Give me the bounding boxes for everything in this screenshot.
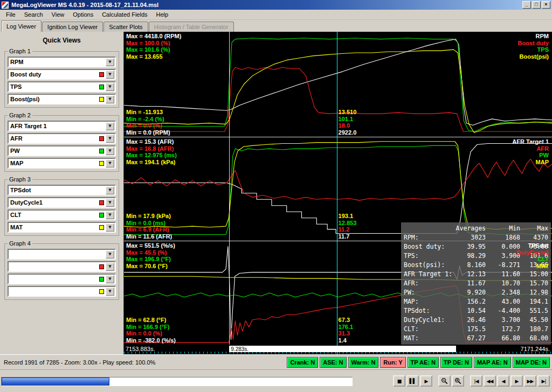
graph-1-cursor-values: 13.510101.118.02922.0 bbox=[339, 109, 357, 136]
graph-1-legend: RPMBoost dutyTPSBoost(psi) bbox=[518, 33, 549, 60]
menu-options[interactable]: Options bbox=[68, 10, 98, 19]
field-select-empty[interactable]: ▼ bbox=[8, 274, 116, 284]
dropdown-arrow-icon[interactable]: ▼ bbox=[106, 250, 114, 258]
graph-2-cursor-values: 193.112.85311.211.7 bbox=[339, 213, 357, 240]
pause-button[interactable]: ▌▌ bbox=[406, 375, 419, 387]
dropdown-arrow-icon[interactable]: ▼ bbox=[106, 263, 114, 271]
graph-3-legend: TPSdotDutyCycle1CLTMAT bbox=[516, 242, 549, 269]
menu-help[interactable]: Help bbox=[152, 10, 173, 19]
field-select-afr[interactable]: AFR▼ bbox=[8, 133, 116, 144]
field-select-afr-target-1[interactable]: AFR Target 1▼ bbox=[8, 121, 116, 131]
group-label: Graph 3 bbox=[8, 176, 32, 183]
dropdown-arrow-icon[interactable]: ▼ bbox=[106, 186, 114, 194]
first-record-icon: |◀ bbox=[474, 379, 479, 384]
minimize-button[interactable]: _ bbox=[522, 1, 531, 9]
indicator-map-ae: MAP AE: N bbox=[474, 357, 511, 368]
field-select-empty[interactable]: ▼ bbox=[8, 261, 116, 272]
field-select-map[interactable]: MAP▼ bbox=[8, 158, 116, 169]
dropdown-arrow-icon[interactable]: ▼ bbox=[106, 223, 114, 232]
graph-3-max-labels-item: Max = 45.5 (%) bbox=[126, 249, 175, 256]
stats-header: AveragesMinMax bbox=[404, 224, 548, 233]
zoom-out-button[interactable] bbox=[438, 375, 451, 387]
menu-calculated-fields[interactable]: Calculated Fields bbox=[98, 10, 151, 19]
tab-ignition-log-viewer[interactable]: Ignition Log Viewer bbox=[42, 22, 103, 32]
stats-cell: 3023 bbox=[456, 233, 486, 242]
graph-2-max-labels-item: Max = 194.1 (kPa) bbox=[126, 159, 177, 166]
series-color-chip bbox=[99, 277, 104, 282]
next-record-button[interactable]: ▶ bbox=[510, 375, 523, 387]
dropdown-arrow-icon[interactable]: ▼ bbox=[106, 211, 114, 219]
graph-2-min-labels-item: Min = 11.6 (AFR) bbox=[126, 233, 172, 240]
tab-scatter-plots[interactable]: Scatter Plots bbox=[104, 22, 148, 32]
dropdown-arrow-icon[interactable]: ▼ bbox=[106, 58, 114, 66]
dropdown-arrow-icon[interactable]: ▼ bbox=[106, 83, 114, 91]
menu-file[interactable]: File bbox=[2, 10, 20, 19]
field-select-rpm[interactable]: RPM▼ bbox=[8, 57, 116, 67]
trace-afr bbox=[124, 159, 552, 200]
dropdown-arrow-icon[interactable]: ▼ bbox=[106, 122, 114, 130]
stats-cell: 11.60 bbox=[486, 270, 520, 279]
graph-1-cursor-values-item: 13.510 bbox=[339, 109, 357, 116]
scrollbar-thumb[interactable] bbox=[2, 377, 109, 386]
field-select-dutycycle1[interactable]: DutyCycle1▼ bbox=[8, 197, 116, 208]
graph-2-min-labels-item: Min = 0.0 (ms) bbox=[126, 220, 172, 227]
menu-search[interactable]: Search bbox=[20, 10, 47, 19]
graph-1-min-labels-item: Min = -2.4 (%) bbox=[126, 116, 170, 123]
group-label: Graph 2 bbox=[8, 112, 32, 118]
prev-record-button[interactable]: ◀ bbox=[497, 375, 509, 387]
graph-1-legend-item: TPS bbox=[518, 46, 549, 53]
graph-2-max-labels-item: Max = 15.3 (AFR) bbox=[126, 138, 177, 145]
field-select-empty[interactable]: ▼ bbox=[8, 249, 116, 260]
zoom-window-bar[interactable]: 9.283s. bbox=[229, 346, 456, 352]
dropdown-arrow-icon[interactable]: ▼ bbox=[106, 147, 114, 155]
play-button[interactable]: ▶ bbox=[420, 375, 432, 387]
dropdown-arrow-icon[interactable]: ▼ bbox=[106, 159, 114, 167]
stats-row-tpsdot: TPSdot:10.54-4.400551.5 bbox=[404, 306, 548, 316]
log-position-scrollbar[interactable] bbox=[1, 377, 353, 386]
dropdown-arrow-icon[interactable]: ▼ bbox=[106, 288, 114, 296]
dropdown-arrow-icon[interactable]: ▼ bbox=[106, 275, 114, 283]
stats-row-afr-target-1: AFR Target 1:12.1311.6015.00 bbox=[404, 270, 548, 279]
series-color-chip bbox=[99, 225, 104, 230]
menu-view[interactable]: View bbox=[47, 10, 69, 19]
fast-rewind-button[interactable]: ◀◀ bbox=[484, 375, 496, 387]
dropdown-arrow-icon[interactable]: ▼ bbox=[106, 95, 114, 103]
maximize-button[interactable]: □ bbox=[532, 1, 541, 9]
dropdown-arrow-icon[interactable]: ▼ bbox=[106, 71, 114, 79]
fast-forward-button[interactable]: ▶▶ bbox=[524, 375, 536, 387]
field-select-boost-duty[interactable]: Boost duty▼ bbox=[8, 69, 116, 80]
field-select-empty[interactable]: ▼ bbox=[8, 286, 116, 297]
graph-3-cursor-values-item: 1.4 bbox=[339, 337, 354, 344]
stats-row-label: DutyCycle1: bbox=[404, 316, 456, 325]
dropdown-arrow-icon[interactable]: ▼ bbox=[106, 135, 114, 143]
field-select-value: PW bbox=[9, 148, 99, 154]
series-color-chip bbox=[99, 161, 104, 166]
tab-log-viewer[interactable]: Log Viewer bbox=[1, 20, 42, 32]
field-select-value: TPS bbox=[9, 83, 99, 90]
graph-1[interactable]: Max = 4418.0 (RPM)Max = 100.0 (%)Max = 1… bbox=[124, 32, 552, 137]
stop-button[interactable]: ■ bbox=[393, 375, 405, 387]
status-bar: Record 1991 of 7285 - Zoom: 3.00x - Play… bbox=[0, 354, 552, 369]
zoom-in-button[interactable] bbox=[452, 375, 464, 387]
field-select-tps[interactable]: TPS▼ bbox=[8, 81, 116, 92]
first-record-button[interactable]: |◀ bbox=[470, 375, 482, 387]
graph-3-max-labels-item: Max = 70.6 (°F) bbox=[126, 263, 175, 270]
field-select-boost-psi[interactable]: Boost(psi)▼ bbox=[8, 94, 116, 104]
field-select-clt[interactable]: CLT▼ bbox=[8, 209, 116, 220]
close-button[interactable]: × bbox=[542, 1, 550, 9]
stats-cell: 172.7 bbox=[486, 325, 520, 334]
field-select-tpsdot[interactable]: TPSdot▼ bbox=[8, 185, 116, 195]
series-color-chip bbox=[99, 85, 104, 89]
graph-2-min-labels-item: Min = 17.9 (kPa) bbox=[126, 213, 172, 220]
field-select-mat[interactable]: MAT▼ bbox=[8, 222, 116, 233]
graph-3-min-labels-item: Min = 62.8 (°F) bbox=[126, 317, 176, 324]
field-select-pw[interactable]: PW▼ bbox=[8, 145, 116, 156]
stats-cell: 26.46 bbox=[456, 316, 486, 325]
stats-cell: 15.00 bbox=[520, 270, 548, 279]
last-record-button[interactable]: ▶| bbox=[537, 375, 550, 387]
stats-cell: 66.80 bbox=[486, 334, 520, 343]
series-color-chip bbox=[99, 136, 104, 141]
field-select-value: RPM bbox=[9, 59, 106, 65]
dropdown-arrow-icon[interactable]: ▼ bbox=[106, 199, 114, 207]
graph-1-min-labels: Min = -11.913Min = -2.4 (%)Min = 0.0 (%)… bbox=[126, 109, 170, 136]
